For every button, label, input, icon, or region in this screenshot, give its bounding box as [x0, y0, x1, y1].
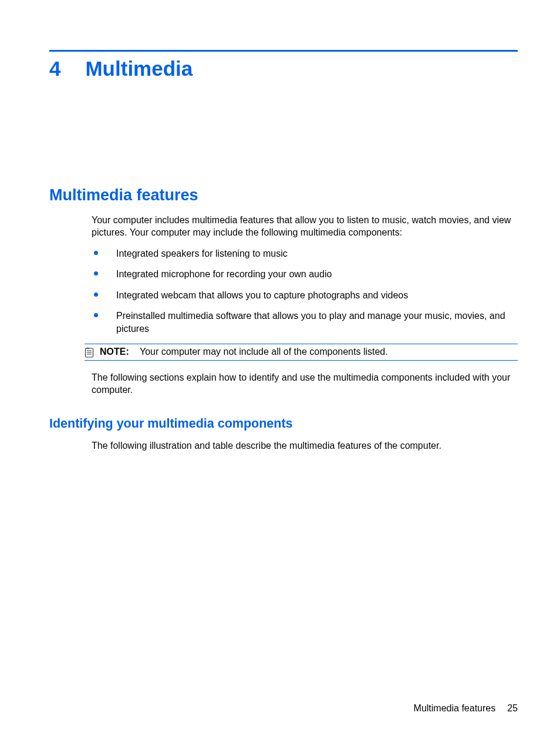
note-text: Your computer may not include all of the… [140, 347, 388, 357]
note-label: NOTE: [100, 347, 129, 357]
footer-section-name: Multimedia features [414, 703, 496, 714]
after-note-body: The following sections explain how to id… [92, 371, 518, 396]
chapter-heading: 4 Multimedia [49, 58, 518, 80]
paragraph: The following illustration and table des… [92, 439, 518, 452]
list-item: Preinstalled multimedia software that al… [92, 310, 518, 335]
list-item: Integrated speakers for listening to mus… [92, 247, 518, 260]
intro-paragraph: Your computer includes multimedia featur… [92, 214, 518, 239]
section-body: Your computer includes multimedia featur… [92, 214, 518, 335]
bullet-list: Integrated speakers for listening to mus… [92, 247, 518, 335]
page: 4 Multimedia Multimedia features Your co… [0, 0, 560, 746]
list-item: Integrated webcam that allows you to cap… [92, 289, 518, 302]
note-icon [85, 347, 95, 358]
subsection-heading: Identifying your multimedia components [49, 416, 518, 431]
section-heading: Multimedia features [49, 186, 518, 204]
list-item: Integrated microphone for recording your… [92, 268, 518, 281]
note-box: NOTE: Your computer may not include all … [85, 344, 518, 361]
footer-page-number: 25 [507, 703, 518, 714]
chapter-rule [49, 50, 518, 52]
chapter-title: Multimedia [85, 58, 193, 80]
paragraph: The following sections explain how to id… [92, 371, 518, 396]
subsection-body: The following illustration and table des… [92, 439, 518, 452]
chapter-number: 4 [49, 58, 60, 80]
note-content: NOTE: Your computer may not include all … [100, 347, 518, 357]
page-footer: Multimedia features 25 [414, 703, 518, 714]
